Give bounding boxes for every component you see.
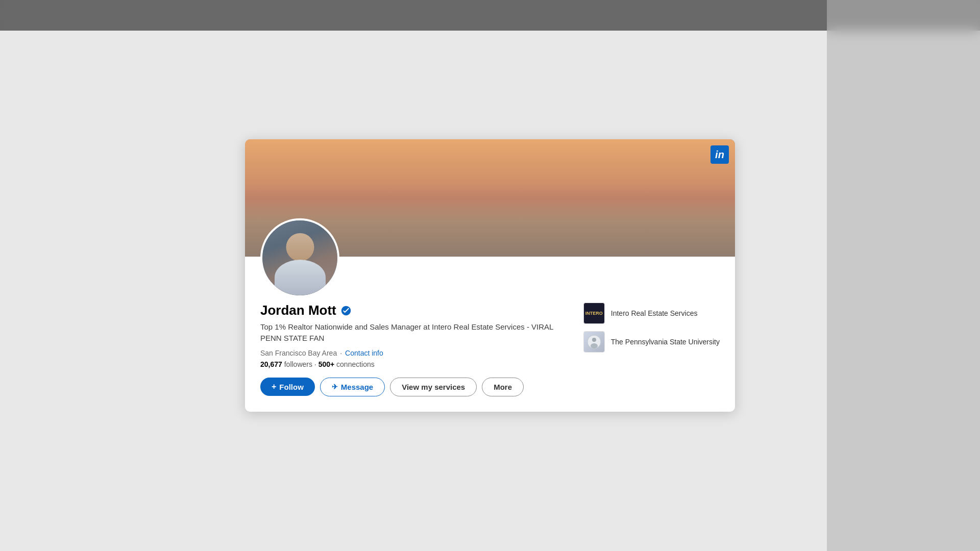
company-item-intero[interactable]: INTERO Intero Real Estate Services (583, 303, 720, 324)
stats-row: 20,677 followers · 500+ connections (260, 360, 583, 368)
message-label: Message (341, 383, 373, 391)
intero-company-name: Intero Real Estate Services (611, 309, 698, 318)
avatar (260, 218, 339, 297)
profile-name: Jordan Mott (260, 303, 336, 318)
follow-label: Follow (279, 383, 304, 391)
message-icon: ✈ (332, 383, 338, 391)
profile-card: in Jordan Mott (245, 139, 735, 412)
profile-right: INTERO Intero Real Estate Services The P… (583, 303, 720, 353)
message-button[interactable]: ✈ Message (320, 378, 385, 396)
view-services-button[interactable]: View my services (390, 378, 477, 396)
svg-point-1 (592, 338, 596, 342)
svg-point-2 (591, 343, 598, 348)
follow-button[interactable]: + Follow (260, 378, 315, 396)
psu-company-name: The Pennsylvania State University (611, 337, 720, 346)
connections-count: 500+ (318, 360, 335, 368)
profile-left: Jordan Mott Top 1% Realtor Nationwide an… (260, 303, 583, 396)
linkedin-icon[interactable]: in (710, 145, 729, 164)
contact-info-link[interactable]: Contact info (345, 349, 383, 357)
psu-logo (583, 331, 605, 353)
avatar-image (262, 220, 337, 295)
name-row: Jordan Mott (260, 303, 583, 318)
followers-count: 20,677 (260, 360, 282, 368)
company-item-psu[interactable]: The Pennsylvania State University (583, 331, 720, 353)
followers-label: followers (284, 360, 312, 368)
location-row: San Francisco Bay Area · Contact info (260, 349, 583, 357)
actions-row: + Follow ✈ Message View my services More (260, 378, 583, 396)
intero-logo: INTERO (583, 303, 605, 324)
verified-icon (340, 305, 352, 316)
right-blur (827, 0, 980, 551)
connections-label: connections (336, 360, 375, 368)
profile-body: Jordan Mott Top 1% Realtor Nationwide an… (245, 257, 735, 412)
plus-icon: + (272, 382, 276, 391)
more-button[interactable]: More (482, 378, 524, 396)
location-text: San Francisco Bay Area (260, 349, 337, 357)
profile-headline: Top 1% Realtor Nationwide and Sales Mana… (260, 321, 567, 344)
